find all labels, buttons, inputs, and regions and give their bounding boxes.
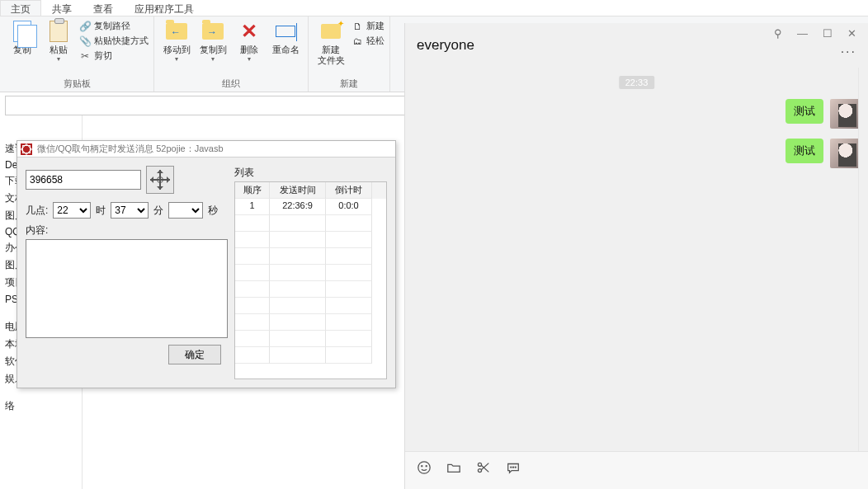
new-item-button[interactable]: 🗋 新建	[351, 20, 384, 32]
maximize-icon[interactable]: ☐	[823, 27, 833, 40]
svg-point-5	[511, 467, 512, 468]
scissors-icon: ✂	[79, 50, 91, 62]
grid-header: 顺序 发送时间 倒计时	[235, 182, 386, 199]
empty-cell	[326, 232, 372, 248]
new-item-icon: 🗋	[351, 21, 363, 32]
ok-button[interactable]: 确定	[168, 345, 221, 364]
rename-button[interactable]: 重命名	[268, 18, 303, 66]
empty-cell	[235, 215, 270, 232]
scissors-icon[interactable]	[476, 460, 491, 475]
col-send-time: 发送时间	[270, 182, 326, 199]
ribbon-tab-home[interactable]: 主页	[0, 0, 41, 16]
rename-label: 重命名	[272, 45, 300, 55]
empty-cell	[326, 314, 372, 331]
cut-button[interactable]: ✂ 剪切	[79, 49, 149, 62]
svg-point-6	[512, 467, 513, 468]
smiley-icon[interactable]	[417, 460, 432, 475]
move-to-button[interactable]: ← 移动到	[159, 18, 194, 66]
table-row[interactable]	[235, 281, 386, 298]
cell-order: 1	[235, 199, 270, 215]
empty-cell	[235, 265, 270, 281]
empty-cell	[270, 298, 326, 314]
empty-cell	[270, 232, 326, 248]
empty-cell	[235, 331, 270, 347]
table-row[interactable]	[235, 331, 386, 347]
copy-to-label: 复制到	[200, 45, 227, 64]
wechat-chat-body[interactable]: 22:33 测试 测试	[405, 68, 868, 451]
crosshair-icon	[150, 170, 170, 190]
cut-label: 剪切	[94, 49, 112, 62]
paste-shortcut-label: 粘贴快捷方式	[94, 35, 149, 47]
new-folder-icon	[319, 20, 342, 43]
empty-cell	[235, 347, 270, 364]
pin-icon[interactable]: ⚲	[774, 27, 782, 40]
copy-to-button[interactable]: → 复制到	[196, 18, 230, 66]
paste-button[interactable]: 粘贴	[41, 18, 76, 66]
ribbon-group-organize-label: 组织	[159, 76, 303, 92]
sidebar-item[interactable]: 络	[5, 399, 77, 413]
table-row[interactable]	[235, 215, 386, 232]
copy-button[interactable]: 复制	[5, 18, 40, 66]
easy-access-button[interactable]: 🗂 轻松	[351, 35, 384, 47]
minute-unit-label: 分	[153, 204, 163, 218]
dialog-titlebar[interactable]: 微信/QQ取句柄定时发送消息 52pojie：Javasb	[17, 141, 395, 158]
content-textarea[interactable]	[26, 239, 228, 338]
rename-icon	[274, 20, 297, 43]
dialog-app-icon	[21, 143, 32, 155]
minimize-icon[interactable]: —	[797, 27, 808, 40]
list-label: 列表	[234, 166, 387, 180]
ribbon-tab-share[interactable]: 共享	[41, 0, 83, 16]
ribbon-tab-apptools[interactable]: 应用程序工具	[124, 0, 205, 16]
table-row[interactable]	[235, 248, 386, 265]
paste-label: 粘贴	[50, 45, 68, 64]
second-unit-label: 秒	[208, 204, 218, 218]
table-row[interactable]	[235, 232, 386, 248]
wechat-scrollbar[interactable]	[858, 68, 868, 451]
table-row[interactable]	[235, 298, 386, 314]
avatar[interactable]	[830, 99, 860, 129]
empty-cell	[270, 331, 326, 347]
copy-icon	[11, 20, 34, 43]
second-select[interactable]	[168, 202, 203, 219]
table-row[interactable]: 1 22:36:9 0:0:0	[235, 199, 386, 215]
wechat-title: everyone	[417, 37, 474, 54]
paste-shortcut-button[interactable]: 📎 粘贴快捷方式	[79, 35, 149, 47]
empty-cell	[326, 331, 372, 347]
table-row[interactable]	[235, 314, 386, 331]
handle-input[interactable]	[26, 170, 141, 190]
ribbon-tab-view[interactable]: 查看	[83, 0, 124, 16]
svg-point-2	[426, 466, 427, 467]
timer-dialog: 微信/QQ取句柄定时发送消息 52pojie：Javasb 几点: 22 时 3…	[17, 140, 396, 388]
copy-path-button[interactable]: 🔗 复制路径	[79, 20, 149, 32]
chat-icon[interactable]	[506, 460, 521, 475]
empty-cell	[235, 298, 270, 314]
empty-cell	[270, 347, 326, 364]
schedule-grid[interactable]: 顺序 发送时间 倒计时 1 22:36:9 0:0:0	[234, 181, 387, 379]
wechat-timestamp: 22:33	[619, 76, 655, 89]
empty-cell	[235, 248, 270, 265]
minute-select[interactable]: 37	[111, 202, 149, 219]
avatar[interactable]	[830, 139, 860, 168]
empty-cell	[326, 215, 372, 232]
pick-handle-button[interactable]	[146, 166, 174, 194]
table-row[interactable]	[235, 347, 386, 364]
copy-to-icon: →	[201, 20, 224, 43]
close-icon[interactable]: ✕	[847, 27, 856, 40]
ribbon-tab-strip: 主页 共享 查看 应用程序工具	[0, 0, 868, 16]
col-order: 顺序	[235, 182, 270, 199]
table-row[interactable]	[235, 265, 386, 281]
message-bubble[interactable]: 测试	[785, 139, 823, 163]
wechat-input-toolbar	[405, 451, 868, 489]
content-label: 内容:	[26, 223, 228, 237]
delete-label: 删除	[240, 45, 258, 64]
time-prefix-label: 几点:	[26, 204, 48, 218]
new-folder-button[interactable]: 新建 文件夹	[314, 18, 348, 68]
wechat-more-button[interactable]: ···	[841, 45, 856, 59]
hour-unit-label: 时	[96, 204, 106, 218]
hour-select[interactable]: 22	[53, 202, 91, 219]
ribbon-group-new-label: 新建	[314, 76, 384, 92]
message-bubble[interactable]: 测试	[785, 99, 823, 124]
delete-button[interactable]: ✕ 删除	[232, 18, 267, 66]
folder-icon[interactable]	[446, 460, 461, 475]
move-to-icon: ←	[165, 20, 188, 43]
